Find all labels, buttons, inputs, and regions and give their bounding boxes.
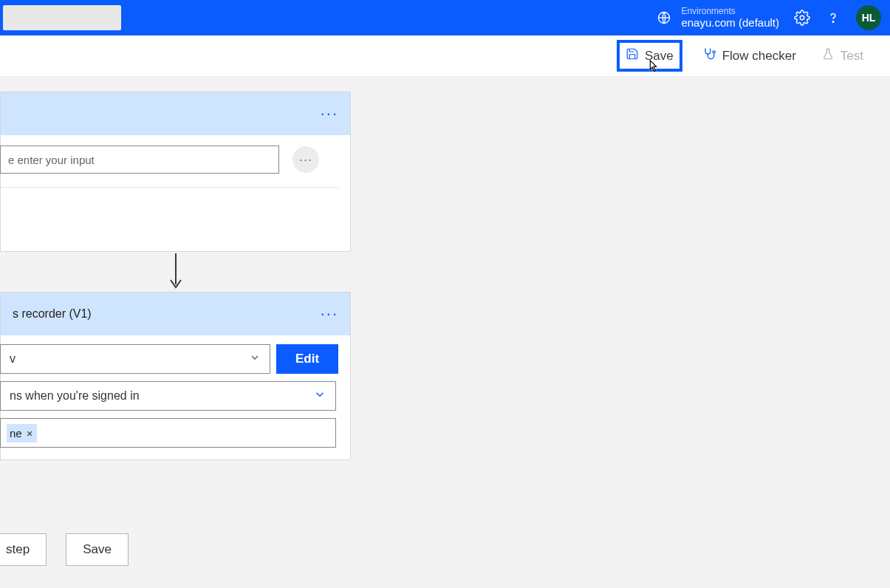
search-input[interactable] xyxy=(3,5,121,30)
run-mode-value: ns when you're signed in xyxy=(10,389,140,403)
app-header: Environments enayu.com (default) HL xyxy=(0,0,890,35)
test-label: Test xyxy=(841,49,863,64)
new-step-button[interactable]: step xyxy=(0,533,47,566)
parameter-input[interactable]: ne × xyxy=(0,418,336,448)
trigger-text-input[interactable] xyxy=(0,146,279,174)
svg-point-1 xyxy=(800,16,804,20)
header-right: Environments enayu.com (default) HL xyxy=(656,5,881,30)
save-button[interactable]: Save xyxy=(617,40,682,72)
help-icon[interactable] xyxy=(825,10,841,26)
header-left xyxy=(9,5,121,30)
action-card: s recorder (V1) ··· v Edit ns when you'r… xyxy=(0,292,351,460)
save-bottom-button[interactable]: Save xyxy=(66,533,129,566)
environment-value: enayu.com (default) xyxy=(681,16,779,30)
save-icon xyxy=(626,47,639,64)
trigger-card-header[interactable]: ··· xyxy=(1,92,350,135)
chevron-down-icon xyxy=(313,388,326,404)
new-step-label: step xyxy=(6,542,30,556)
flow-select[interactable]: v xyxy=(0,344,270,374)
action-card-header[interactable]: s recorder (V1) ··· xyxy=(1,293,350,335)
environment-label: Environments xyxy=(681,6,779,16)
input-more-button[interactable]: ··· xyxy=(292,146,319,173)
flow-canvas: ··· ··· s recorder (V1) ··· v xyxy=(0,77,890,588)
svg-point-3 xyxy=(713,51,715,53)
flow-select-row: v Edit xyxy=(1,344,338,374)
trigger-card-body: ··· xyxy=(1,135,350,251)
flow-select-value: v xyxy=(10,352,16,366)
parameter-token[interactable]: ne × xyxy=(7,424,37,442)
stethoscope-icon xyxy=(702,47,716,65)
action-card-body: v Edit ns when you're signed in ne xyxy=(1,335,350,459)
environment-picker[interactable]: Environments enayu.com (default) xyxy=(656,6,779,30)
flask-icon xyxy=(821,47,835,64)
globe-icon xyxy=(656,10,672,26)
edit-button[interactable]: Edit xyxy=(276,344,338,374)
save-label: Save xyxy=(645,49,674,64)
flow-checker-label: Flow checker xyxy=(722,49,796,64)
save-bottom-label: Save xyxy=(83,542,112,556)
edit-label: Edit xyxy=(295,352,319,366)
action-toolbar: Save Flow checker Test xyxy=(0,35,890,77)
avatar-initials: HL xyxy=(862,12,876,24)
flow-checker-button[interactable]: Flow checker xyxy=(696,42,802,69)
svg-point-2 xyxy=(832,21,833,22)
trigger-card: ··· ··· xyxy=(0,92,351,252)
run-mode-select[interactable]: ns when you're signed in xyxy=(0,381,336,411)
settings-icon[interactable] xyxy=(794,10,810,26)
avatar[interactable]: HL xyxy=(856,5,881,30)
token-label: ne xyxy=(10,427,22,440)
arrow-down-icon xyxy=(167,252,185,292)
action-card-title: s recorder (V1) xyxy=(13,307,92,321)
bottom-actions: step Save xyxy=(0,533,129,566)
test-button[interactable]: Test xyxy=(815,43,869,69)
remove-token-icon[interactable]: × xyxy=(25,427,35,440)
environment-text: Environments enayu.com (default) xyxy=(681,6,779,30)
more-icon[interactable]: ··· xyxy=(321,304,338,324)
connector-arrow xyxy=(0,252,351,292)
chevron-down-icon xyxy=(249,352,261,366)
input-row: ··· xyxy=(1,146,338,188)
more-icon[interactable]: ··· xyxy=(321,104,338,123)
